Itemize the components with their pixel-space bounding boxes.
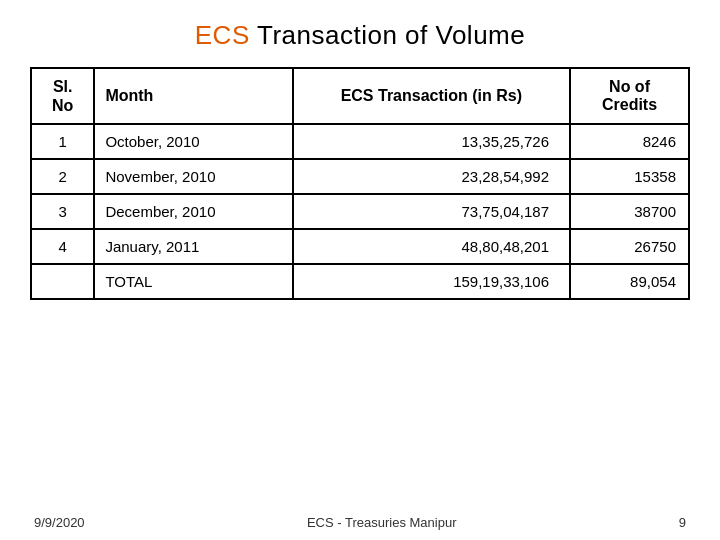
cell-month: December, 2010 <box>94 194 292 229</box>
cell-ecs: 23,28,54,992 <box>293 159 570 194</box>
table-row: 1October, 201013,35,25,7268246 <box>31 124 689 159</box>
cell-month: January, 2011 <box>94 229 292 264</box>
cell-credits: 26750 <box>570 229 689 264</box>
cell-sl: 2 <box>31 159 94 194</box>
ecs-table: Sl. No Month ECS Transaction (in Rs) No … <box>30 67 690 300</box>
cell-ecs: 48,80,48,201 <box>293 229 570 264</box>
table-row: 2November, 201023,28,54,99215358 <box>31 159 689 194</box>
cell-sl: 1 <box>31 124 94 159</box>
cell-credits: 8246 <box>570 124 689 159</box>
cell-month: November, 2010 <box>94 159 292 194</box>
footer-center: ECS - Treasuries Manipur <box>307 515 457 530</box>
table-row: TOTAL159,19,33,10689,054 <box>31 264 689 299</box>
cell-ecs: 159,19,33,106 <box>293 264 570 299</box>
footer-page: 9 <box>679 515 686 530</box>
header-month: Month <box>94 68 292 124</box>
header-no-of-credits: No of Credits <box>570 68 689 124</box>
header-ecs-transaction: ECS Transaction (in Rs) <box>293 68 570 124</box>
cell-ecs: 73,75,04,187 <box>293 194 570 229</box>
cell-sl <box>31 264 94 299</box>
cell-credits: 38700 <box>570 194 689 229</box>
page-title: ECS Transaction of Volume <box>195 20 525 51</box>
table-header-row: Sl. No Month ECS Transaction (in Rs) No … <box>31 68 689 124</box>
cell-ecs: 13,35,25,726 <box>293 124 570 159</box>
cell-credits: 15358 <box>570 159 689 194</box>
cell-month: October, 2010 <box>94 124 292 159</box>
cell-sl: 3 <box>31 194 94 229</box>
table-row: 4January, 201148,80,48,20126750 <box>31 229 689 264</box>
footer: 9/9/2020 ECS - Treasuries Manipur 9 <box>30 515 690 530</box>
header-sl-no: Sl. No <box>31 68 94 124</box>
footer-date: 9/9/2020 <box>34 515 85 530</box>
cell-sl: 4 <box>31 229 94 264</box>
cell-credits: 89,054 <box>570 264 689 299</box>
table-container: Sl. No Month ECS Transaction (in Rs) No … <box>30 67 690 507</box>
table-body: 1October, 201013,35,25,72682462November,… <box>31 124 689 299</box>
cell-month: TOTAL <box>94 264 292 299</box>
table-row: 3December, 201073,75,04,18738700 <box>31 194 689 229</box>
